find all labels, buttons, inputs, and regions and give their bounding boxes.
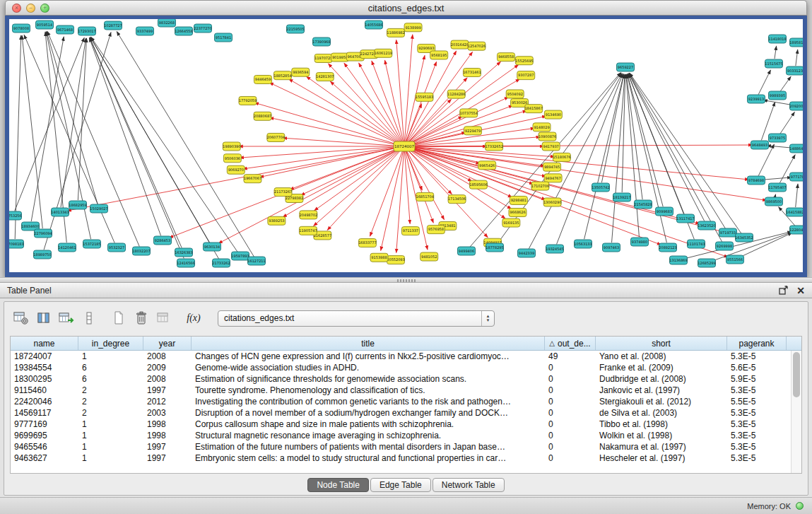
graph-node[interactable]: 10287727	[104, 21, 122, 30]
graph-node[interactable]: 16851704	[416, 192, 433, 201]
graph-node[interactable]: 14886435	[789, 144, 803, 153]
table-mode-button[interactable]	[11, 309, 31, 327]
graph-node[interactable]: 16345352	[735, 233, 753, 242]
graph-node[interactable]: 9059514	[36, 21, 54, 29]
table-row[interactable]: 946362711997Embryonic stem cells: a mode…	[11, 452, 791, 464]
graph-node[interactable]: 11515675	[765, 59, 782, 68]
graph-node[interactable]: 13060290	[543, 198, 561, 206]
graph-node[interactable]: 16061219	[375, 49, 392, 57]
graph-node[interactable]: 12664558	[175, 27, 192, 35]
graph-node[interactable]: 9269998	[716, 242, 734, 250]
column-header-in-degree[interactable]: in_degree	[78, 337, 143, 350]
graph-node[interactable]: 9568195	[430, 51, 448, 59]
table-row[interactable]: 1872400712008Changes of HCN gene express…	[11, 351, 791, 362]
graph-node[interactable]: 9771781	[790, 173, 804, 181]
graph-node[interactable]: 9499406	[458, 247, 476, 255]
graph-node[interactable]: 9019950	[331, 53, 349, 62]
close-panel-icon[interactable]: ✕	[796, 286, 805, 296]
delete-column-button[interactable]	[131, 309, 151, 327]
graph-node[interactable]: 13623520	[698, 221, 715, 230]
table-row[interactable]: 1938455462009Genome-wide association stu…	[11, 362, 791, 373]
graph-node[interactable]: 9307287	[517, 71, 535, 80]
graph-node[interactable]: 13505742	[592, 183, 609, 192]
panel-splitter[interactable]	[0, 277, 812, 283]
graph-node[interactable]: 9517841	[215, 33, 233, 42]
vertical-scrollbar[interactable]	[791, 351, 801, 473]
graph-node[interactable]: 19753256	[9, 211, 22, 220]
graph-node[interactable]: 18989750	[33, 250, 51, 259]
graph-node[interactable]: 9719733	[719, 228, 737, 237]
graph-node[interactable]: 9481052	[420, 252, 438, 261]
graph-node[interactable]: 21173267	[274, 188, 292, 197]
graph-node[interactable]: 9148029	[533, 123, 551, 132]
zoom-window-button[interactable]: +	[40, 4, 49, 13]
graph-node[interactable]: 20316428	[451, 40, 469, 49]
graph-node[interactable]: 9576958	[427, 226, 445, 234]
graph-node[interactable]: 22159505	[286, 25, 304, 33]
graph-node[interactable]: 19324545	[546, 245, 563, 253]
graph-node[interactable]: 9989395	[769, 91, 787, 100]
graph-node[interactable]: 9506036	[223, 154, 241, 163]
graph-node[interactable]: 9134690	[544, 110, 562, 119]
function-builder-button[interactable]: f(x)	[184, 309, 204, 327]
graph-node[interactable]: 17332652	[485, 142, 502, 151]
table-row[interactable]: 969969511998Structural magnetic resonanc…	[11, 430, 791, 441]
graph-node[interactable]: 17792059	[239, 96, 257, 105]
graph-node[interactable]: 9446459	[254, 75, 271, 83]
scrollbar-thumb[interactable]	[793, 352, 800, 397]
float-panel-icon[interactable]	[779, 286, 788, 295]
graph-node[interactable]: 12547026	[468, 42, 486, 50]
create-column-button[interactable]	[109, 309, 129, 327]
graph-node[interactable]: 9153988	[370, 253, 388, 262]
graph-node[interactable]: 9659227	[617, 63, 635, 71]
network-canvas[interactable]: 9417937151806769894745949476717102706130…	[9, 19, 803, 272]
graph-node[interactable]: 20552093	[387, 256, 404, 264]
graph-node[interactable]: 12280424	[789, 226, 803, 234]
graph-node[interactable]: 11886982	[387, 28, 404, 37]
delete-table-button[interactable]	[154, 309, 174, 327]
graph-node[interactable]: 16415882	[786, 208, 803, 216]
column-header-name[interactable]: name	[11, 337, 78, 350]
column-header-short[interactable]: short	[596, 337, 727, 350]
graph-node[interactable]: 9337499	[136, 27, 154, 35]
graph-node[interactable]: 11284286	[447, 90, 465, 98]
tab-node-table[interactable]: Node Table	[307, 478, 369, 492]
graph-node[interactable]: 9239913	[748, 95, 765, 103]
graph-node-hub[interactable]: 18724007	[394, 141, 415, 151]
table-selector[interactable]: citations_edges.txt ▲▼	[218, 310, 495, 327]
graph-node[interactable]: 9671468	[57, 25, 74, 34]
graph-node[interactable]: 9668626	[509, 209, 526, 217]
graph-node[interactable]: 20498702	[300, 211, 317, 219]
graph-node[interactable]: 11418018	[768, 35, 786, 43]
graph-node[interactable]: 15372185	[83, 240, 100, 248]
table-row[interactable]: 946554611997Estimation of the future num…	[11, 441, 791, 452]
column-header-pagerank[interactable]: pagerank	[727, 337, 787, 350]
graph-node[interactable]: 20892123	[659, 243, 676, 252]
graph-node[interactable]: 9532327	[108, 243, 126, 252]
table-row[interactable]: 911546021997Tourette syndrome. Phenomeno…	[11, 385, 791, 396]
graph-node[interactable]: 12416566	[177, 259, 194, 267]
import-table-button[interactable]	[57, 309, 76, 327]
graph-node[interactable]: 9374980	[631, 238, 649, 246]
graph-node[interactable]: 13136869	[669, 256, 687, 264]
graph-node[interactable]: 9504092	[506, 90, 524, 98]
graph-node[interactable]: 9169135	[502, 218, 520, 227]
graph-node[interactable]: 11101743	[687, 240, 705, 248]
graph-node[interactable]: 10737554	[460, 109, 478, 117]
tab-network-table[interactable]: Network Table	[433, 478, 505, 492]
graph-node[interactable]: 11970729	[314, 54, 332, 62]
graph-node[interactable]: 18415867	[524, 105, 542, 113]
graph-node[interactable]: 9630134	[204, 243, 221, 251]
graph-node[interactable]: 9417937	[542, 142, 560, 151]
network-window-titlebar[interactable]: × − + citations_edges.txt	[5, 0, 807, 16]
graph-node[interactable]: 9784698	[748, 176, 765, 185]
graph-node[interactable]: 15525695	[515, 57, 533, 65]
graph-node[interactable]: 9033123	[787, 66, 804, 75]
graph-node[interactable]: 19890390	[223, 142, 240, 151]
graph-node[interactable]: 14013343	[51, 208, 69, 216]
graph-node[interactable]: 17102706	[531, 182, 549, 190]
row-mode-button[interactable]	[79, 309, 99, 327]
graph-node[interactable]: 9832268	[158, 19, 176, 27]
graph-node[interactable]: 9869500	[765, 197, 783, 206]
column-header-out-de-[interactable]: △out_de...	[545, 337, 596, 350]
